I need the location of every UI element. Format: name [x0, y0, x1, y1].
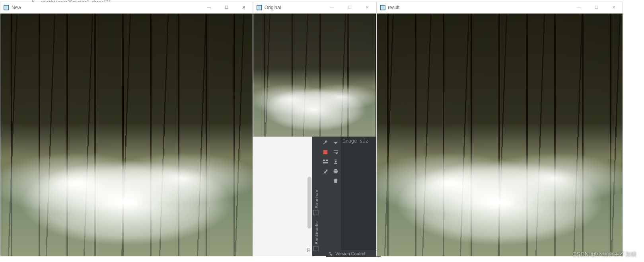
- ide-console[interactable]: Image siz: [341, 137, 376, 256]
- maximize-icon: ☐: [595, 6, 598, 10]
- image-content: [377, 14, 623, 256]
- maximize-icon: ☐: [348, 6, 352, 10]
- structure-label: Structure: [315, 190, 319, 208]
- svg-rect-2: [326, 160, 328, 161]
- close-button[interactable]: ✕: [235, 2, 253, 13]
- wrench-icon[interactable]: [323, 140, 328, 145]
- image-viewport-original: [253, 14, 376, 137]
- version-control-tab[interactable]: Version Control: [326, 250, 381, 257]
- minimize-icon: —: [207, 6, 211, 10]
- layout-icon[interactable]: [323, 159, 328, 164]
- svg-rect-0: [323, 150, 328, 154]
- ide-side-tabs: Structure Bookmarks: [312, 137, 320, 256]
- window-title: Original: [265, 5, 281, 10]
- maximize-icon: ☐: [225, 6, 228, 10]
- print-icon[interactable]: [333, 168, 339, 174]
- scroll-lock-icon[interactable]: [333, 159, 339, 164]
- window-result: result — ☐ ✕: [376, 2, 623, 256]
- ide-toolbar: [320, 137, 341, 256]
- editor-scrollbar[interactable]: [307, 177, 311, 229]
- structure-tab[interactable]: Structure: [313, 187, 319, 217]
- image-viewport-result: [377, 14, 623, 256]
- ide-panel: ⎘ Structure Bookmarks Image siz: [253, 137, 376, 256]
- minimize-button[interactable]: —: [323, 2, 341, 13]
- app-icon: [380, 5, 385, 10]
- window-title: New: [12, 5, 21, 10]
- trash-icon[interactable]: [333, 178, 339, 184]
- version-control-label: Version Control: [335, 251, 365, 256]
- close-button[interactable]: ✕: [605, 2, 623, 13]
- minimize-icon: —: [577, 6, 581, 10]
- structure-icon: [313, 210, 318, 215]
- close-button[interactable]: ✕: [358, 2, 376, 13]
- app-icon: [4, 5, 9, 10]
- close-icon: ✕: [612, 6, 615, 10]
- image-viewport-new: [0, 14, 253, 256]
- vcs-icon: [329, 252, 333, 256]
- window-title: result: [388, 5, 399, 10]
- minimize-button[interactable]: —: [200, 2, 218, 13]
- maximize-button[interactable]: ☐: [218, 2, 235, 13]
- console-header: Image siz: [342, 138, 368, 144]
- maximize-button[interactable]: ☐: [588, 2, 605, 13]
- bookmarks-icon: [313, 246, 318, 251]
- bookmarks-label: Bookmarks: [315, 221, 319, 244]
- minimize-button[interactable]: —: [570, 2, 588, 13]
- titlebar-original[interactable]: Original — ☐ ✕: [253, 2, 376, 14]
- close-icon: ✕: [242, 6, 245, 10]
- titlebar-new[interactable]: New — ☐ ✕: [0, 2, 253, 14]
- wrap-icon[interactable]: [333, 149, 339, 155]
- down-icon[interactable]: [333, 140, 339, 145]
- stop-record-icon[interactable]: [323, 149, 328, 155]
- maximize-button[interactable]: ☐: [341, 2, 358, 13]
- titlebar-result[interactable]: result — ☐ ✕: [377, 2, 623, 14]
- window-original: Original — ☐ ✕: [253, 2, 376, 137]
- goto-icon[interactable]: ⎘: [307, 247, 310, 253]
- svg-rect-3: [323, 162, 328, 164]
- minimize-icon: —: [330, 6, 334, 10]
- close-icon: ✕: [366, 6, 369, 10]
- bookmarks-tab[interactable]: Bookmarks: [313, 219, 319, 254]
- image-content: [0, 14, 253, 256]
- ide-editor-gutter: ⎘: [253, 137, 312, 256]
- pin-icon[interactable]: [323, 168, 328, 174]
- image-content: [253, 14, 376, 137]
- app-icon: [257, 5, 262, 10]
- svg-rect-1: [323, 160, 325, 161]
- window-new: New — ☐ ✕: [0, 2, 253, 256]
